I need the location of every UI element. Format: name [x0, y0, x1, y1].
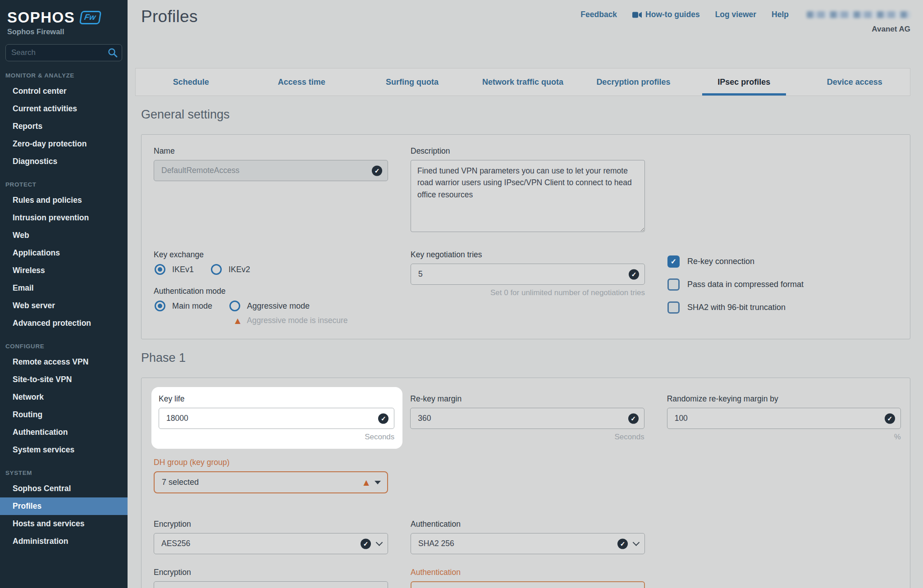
sidebar-item-applications[interactable]: Applications — [0, 244, 128, 262]
sidebar-item-authentication[interactable]: Authentication — [0, 424, 128, 441]
sidebar-search — [5, 44, 122, 61]
tab-device-access[interactable]: Device access — [800, 68, 910, 96]
tab-network-traffic-quota[interactable]: Network traffic quota — [467, 68, 578, 96]
tab-surfing-quota[interactable]: Surfing quota — [357, 68, 467, 96]
valid-check-icon: ✓ — [885, 413, 895, 424]
checkbox-unchecked-icon — [667, 278, 680, 291]
radio-ikev1[interactable]: IKEv1 — [155, 264, 194, 275]
checkbox-checked-icon: ✓ — [667, 255, 680, 268]
sidebar-item-current-activities[interactable]: Current activities — [0, 100, 128, 118]
tab-ipsec-profiles[interactable]: IPsec profiles — [689, 68, 799, 96]
dh-group-multiselect[interactable]: 7 selected ▲ — [154, 471, 388, 493]
sophos-logo: SOPHOS — [7, 9, 75, 26]
main-area: Profiles Feedback How-to guides Log view… — [128, 0, 923, 588]
key-negotiation-field: Key negotiation tries ✓ Set 0 for unlimi… — [411, 250, 645, 297]
search-icon[interactable] — [108, 48, 118, 59]
randomize-margin-label: Randomize re-keying margin by — [667, 394, 901, 404]
authentication-field: Authentication ✓ — [411, 520, 645, 554]
key-life-input[interactable] — [159, 408, 394, 429]
checkbox-sha2-96bit[interactable]: SHA2 with 96-bit truncation — [667, 301, 902, 314]
key-exchange-label: Key exchange — [154, 250, 388, 260]
sidebar-item-wireless[interactable]: Wireless — [0, 262, 128, 279]
sidebar-item-hosts-and-services[interactable]: Hosts and services — [0, 515, 128, 533]
tab-schedule[interactable]: Schedule — [136, 68, 246, 96]
sidebar-item-web[interactable]: Web — [0, 227, 128, 244]
video-camera-icon — [632, 12, 642, 18]
valid-check-icon: ✓ — [372, 165, 382, 176]
section-system: SYSTEM — [5, 469, 128, 476]
sidebar-item-sophos-central[interactable]: Sophos Central — [0, 480, 128, 497]
randomize-margin-field: Randomize re-keying margin by ✓ % — [667, 387, 901, 442]
aggressive-mode-warning: ▲ Aggressive mode is insecure — [233, 316, 388, 325]
radio-unselected-icon — [229, 301, 240, 311]
name-input[interactable] — [154, 160, 388, 181]
sidebar-item-intrusion-prevention[interactable]: Intrusion prevention — [0, 209, 128, 227]
sidebar-item-advanced-protection[interactable]: Advanced protection — [0, 315, 128, 332]
search-input[interactable] — [5, 44, 122, 61]
sidebar: SOPHOS Fw Sophos Firewall MONITOR & ANAL… — [0, 0, 128, 588]
log-viewer-link[interactable]: Log viewer — [715, 10, 756, 19]
sidebar-item-routing[interactable]: Routing — [0, 406, 128, 424]
randomize-margin-input[interactable] — [667, 408, 901, 429]
checkbox-rekey-connection[interactable]: ✓ Re-key connection — [667, 255, 902, 268]
key-life-label: Key life — [159, 394, 394, 404]
name-label: Name — [154, 146, 388, 156]
description-textarea[interactable]: Fined tuned VPN parameters you can use t… — [411, 160, 645, 232]
redacted-username[interactable] — [807, 11, 910, 18]
name-field: Name ✓ — [154, 146, 388, 181]
authentication2-field: Authentication — [411, 568, 645, 588]
fw-badge-icon: Fw — [79, 11, 102, 24]
phase1-panel: Key life ✓ Seconds Re-key margin ✓ — [141, 378, 910, 588]
authentication-label: Authentication — [411, 520, 645, 529]
sidebar-item-system-services[interactable]: System services — [0, 441, 128, 459]
radio-ikev2[interactable]: IKEv2 — [211, 264, 250, 275]
tab-bar: Schedule Access time Surfing quota Netwo… — [135, 68, 910, 96]
sidebar-item-remote-access-vpn[interactable]: Remote access VPN — [0, 353, 128, 371]
authentication2-select[interactable] — [411, 581, 645, 588]
dh-group-label: DH group (key group) — [154, 458, 388, 467]
valid-check-icon: ✓ — [378, 413, 388, 424]
rekey-margin-input[interactable] — [410, 408, 644, 429]
page-title: Profiles — [141, 7, 198, 26]
valid-check-icon: ✓ — [361, 538, 371, 549]
key-negotiation-input[interactable] — [411, 264, 645, 285]
checkbox-pass-data-compressed[interactable]: Pass data in compressed format — [667, 278, 902, 291]
sidebar-item-control-center[interactable]: Control center — [0, 82, 128, 100]
radio-main-mode[interactable]: Main mode — [155, 301, 212, 311]
radio-unselected-icon — [211, 264, 222, 275]
authentication-select[interactable] — [411, 533, 645, 554]
sidebar-item-diagnostics[interactable]: Diagnostics — [0, 153, 128, 170]
sidebar-item-email[interactable]: Email — [0, 279, 128, 297]
rekey-margin-unit: Seconds — [410, 433, 644, 442]
sidebar-item-reports[interactable]: Reports — [0, 118, 128, 135]
feedback-link[interactable]: Feedback — [580, 10, 617, 19]
radio-aggressive-mode[interactable]: Aggressive mode — [229, 301, 310, 311]
sidebar-item-rules-and-policies[interactable]: Rules and policies — [0, 191, 128, 209]
logo-block: SOPHOS Fw Sophos Firewall — [0, 0, 128, 36]
sidebar-item-administration[interactable]: Administration — [0, 533, 128, 550]
dh-group-field: DH group (key group) 7 selected ▲ — [154, 458, 388, 493]
sidebar-item-profiles[interactable]: Profiles — [0, 497, 128, 515]
sidebar-item-site-to-site-vpn[interactable]: Site-to-site VPN — [0, 371, 128, 388]
how-to-guides-link[interactable]: How-to guides — [632, 10, 700, 19]
phase1-heading: Phase 1 — [141, 351, 910, 365]
encryption-select[interactable] — [154, 533, 388, 554]
company-name: Avanet AG — [872, 25, 910, 34]
rekey-margin-field: Re-key margin ✓ Seconds — [410, 387, 644, 442]
tab-access-time[interactable]: Access time — [246, 68, 356, 96]
authentication2-label: Authentication — [411, 568, 645, 577]
tab-decryption-profiles[interactable]: Decryption profiles — [578, 68, 689, 96]
encryption2-label: Encryption — [154, 568, 388, 577]
encryption-field: Encryption ✓ — [154, 520, 388, 554]
encryption2-select[interactable] — [154, 581, 388, 588]
caret-down-icon — [375, 481, 381, 484]
sidebar-item-zero-day-protection[interactable]: Zero-day protection — [0, 135, 128, 153]
general-settings-heading: General settings — [141, 108, 910, 122]
help-link[interactable]: Help — [772, 10, 789, 19]
sidebar-item-network[interactable]: Network — [0, 388, 128, 406]
content: General settings Name ✓ Description Fine… — [128, 96, 923, 588]
sidebar-item-web-server[interactable]: Web server — [0, 297, 128, 315]
general-settings-panel: Name ✓ Description Fined tuned VPN param… — [141, 134, 910, 339]
section-configure: CONFIGURE — [5, 343, 128, 350]
auth-mode-label: Authentication mode — [154, 287, 388, 296]
